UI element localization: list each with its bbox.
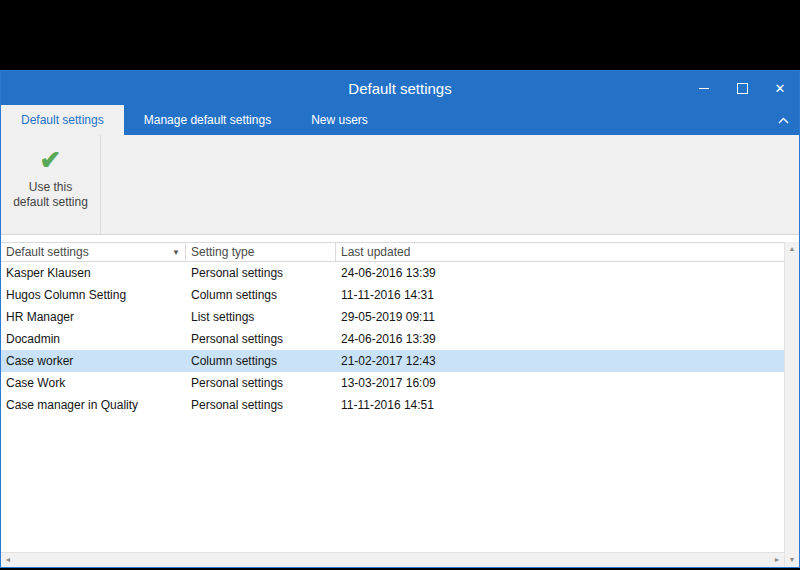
collapse-ribbon-button[interactable] [767, 105, 799, 135]
close-button[interactable]: ✕ [761, 71, 799, 105]
table-cell: 29-05-2019 09:11 [336, 306, 784, 328]
window-controls: ✕ [685, 71, 799, 105]
titlebar: Default settings ✕ [1, 71, 799, 105]
maximize-button[interactable] [723, 71, 761, 105]
filter-dropdown-icon[interactable]: ▼ [172, 248, 180, 257]
table-row[interactable]: DocadminPersonal settings24-06-2016 13:3… [1, 328, 784, 350]
ribbon: ✔ Use this default setting [1, 135, 799, 235]
tab-new-users[interactable]: New users [291, 105, 388, 135]
table-cell: Case worker [1, 350, 186, 372]
scroll-right-icon[interactable]: ► [770, 553, 784, 567]
table-cell: 21-02-2017 12:43 [336, 350, 784, 372]
scroll-left-icon[interactable]: ◄ [1, 553, 15, 567]
minimize-icon [699, 88, 709, 89]
table-cell: 24-06-2016 13:39 [336, 328, 784, 350]
table-row[interactable]: Kasper KlausenPersonal settings24-06-201… [1, 262, 784, 284]
scroll-down-icon[interactable]: ▼ [785, 553, 799, 567]
close-icon: ✕ [775, 81, 786, 96]
column-header-label: Last updated [341, 245, 410, 259]
column-header-label: Setting type [191, 245, 254, 259]
table-cell: List settings [186, 306, 336, 328]
scroll-up-icon[interactable]: ▲ [785, 242, 799, 256]
table-row[interactable]: Case manager in QualityPersonal settings… [1, 394, 784, 416]
column-header-setting-type[interactable]: Setting type [186, 243, 336, 261]
table-body: Kasper KlausenPersonal settings24-06-201… [1, 262, 784, 552]
table-cell: Column settings [186, 284, 336, 306]
table-cell: Personal settings [186, 328, 336, 350]
table-cell: Personal settings [186, 394, 336, 416]
content-area: Default settings ▼ Setting type Last upd… [1, 235, 799, 567]
maximize-icon [737, 83, 748, 94]
use-default-setting-label: Use this default setting [10, 180, 92, 210]
vertical-scrollbar[interactable]: ▲ ▼ [784, 242, 799, 567]
table-row[interactable]: Hugos Column SettingColumn settings11-11… [1, 284, 784, 306]
minimize-button[interactable] [685, 71, 723, 105]
table-cell: Kasper Klausen [1, 262, 186, 284]
horizontal-scrollbar[interactable]: ◄ ► [1, 552, 784, 567]
table-cell: 13-03-2017 16:09 [336, 372, 784, 394]
ribbon-group: ✔ Use this default setting [1, 135, 101, 234]
table-row[interactable]: Case workerColumn settings21-02-2017 12:… [1, 350, 784, 372]
table-cell: 11-11-2016 14:51 [336, 394, 784, 416]
tab-default-settings[interactable]: Default settings [1, 105, 124, 135]
window-title: Default settings [1, 80, 799, 97]
tab-manage-default-settings[interactable]: Manage default settings [124, 105, 291, 135]
check-icon: ✔ [40, 145, 62, 175]
table-row[interactable]: HR ManagerList settings29-05-2019 09:11 [1, 306, 784, 328]
table-cell: 24-06-2016 13:39 [336, 262, 784, 284]
column-header-label: Default settings [6, 245, 89, 259]
column-header-last-updated[interactable]: Last updated [336, 243, 784, 261]
table-cell: Personal settings [186, 372, 336, 394]
table-cell: Personal settings [186, 262, 336, 284]
table-cell: Column settings [186, 350, 336, 372]
default-settings-window: Default settings ✕ Default settings Mana… [0, 70, 800, 568]
ribbon-tabstrip: Default settings Manage default settings… [1, 105, 799, 135]
table-panel: Default settings ▼ Setting type Last upd… [1, 242, 784, 567]
column-header-default-settings[interactable]: Default settings ▼ [1, 243, 186, 261]
table-cell: Docadmin [1, 328, 186, 350]
table-cell: Case Work [1, 372, 186, 394]
use-default-setting-button[interactable]: ✔ Use this default setting [3, 137, 98, 232]
table-cell: Hugos Column Setting [1, 284, 186, 306]
table-cell: Case manager in Quality [1, 394, 186, 416]
table-header: Default settings ▼ Setting type Last upd… [1, 242, 784, 262]
table-row[interactable]: Case WorkPersonal settings13-03-2017 16:… [1, 372, 784, 394]
chevron-up-icon [778, 117, 789, 124]
table-cell: 11-11-2016 14:31 [336, 284, 784, 306]
table-cell: HR Manager [1, 306, 186, 328]
